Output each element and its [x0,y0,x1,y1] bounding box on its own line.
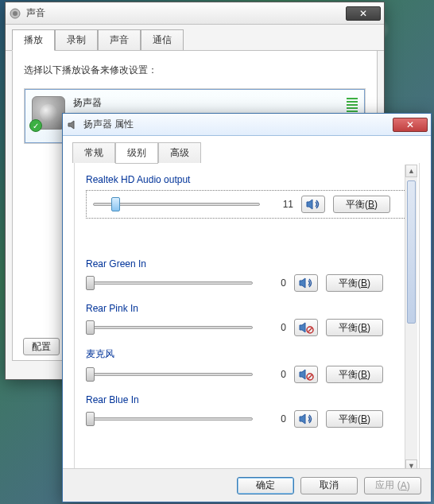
tab-communications[interactable]: 通信 [141,29,184,50]
sound-tabs: 播放 录制 声音 通信 [6,25,384,51]
speaker-icon [298,276,314,290]
mute-off-button[interactable] [294,274,318,292]
speaker-muted-icon [298,367,314,382]
balance-button[interactable]: 平衡(B) [326,319,383,336]
channel-title: Rear Green In [86,258,408,269]
props-footer: 确定 取消 应用 (A) [63,468,431,502]
volume-slider[interactable] [86,410,253,428]
scrollbar[interactable]: ▲ ▼ [405,165,417,472]
device-name: 扬声器 [73,96,342,110]
props-body: Realtek HD Audio output11平衡(B)Rear Green… [63,163,431,495]
volume-slider[interactable] [86,366,253,383]
channel-row: 0平衡(B) [86,319,408,336]
volume-slider[interactable] [86,319,253,336]
svg-line-3 [308,328,312,332]
scroll-thumb[interactable] [407,180,416,324]
scroll-up-icon[interactable]: ▲ [405,165,417,177]
volume-value: 0 [261,369,286,380]
props-title: 扬声器 属性 [83,118,393,131]
channel-title: Realtek HD Audio output [86,174,408,185]
tab-general[interactable]: 常规 [72,142,115,163]
volume-slider[interactable] [93,196,260,213]
sound-title: 声音 [26,6,346,20]
channel-title: Rear Pink In [86,303,408,314]
balance-button[interactable]: 平衡(B) [326,366,383,383]
speaker-app-icon [66,118,79,131]
tab-levels[interactable]: 级别 [115,142,158,164]
svg-line-5 [308,374,312,379]
tab-playback[interactable]: 播放 [12,29,55,51]
sound-instruction: 选择以下播放设备来修改设置： [24,64,366,77]
properties-window: 扬声器 属性 ✕ 常规 级别 高级 Realtek HD Audio outpu… [62,113,432,502]
mute-off-button[interactable] [301,196,325,213]
channel-row: 11平衡(B) [86,190,408,219]
device-icon-wrap: ✓ [32,96,65,130]
channel-title: Rear Blue In [86,394,408,405]
default-check-icon: ✓ [29,119,42,132]
tab-advanced[interactable]: 高级 [158,142,201,163]
speaker-app-icon [9,7,21,20]
cancel-button[interactable]: 取消 [300,477,358,494]
levels-panel: Realtek HD Audio output11平衡(B)Rear Green… [74,163,420,475]
balance-button[interactable]: 平衡(B) [326,410,383,428]
mute-off-button[interactable] [294,410,318,428]
configure-button[interactable]: 配置 [23,338,60,355]
volume-value: 0 [261,413,286,425]
channel-title: 麦克风 [86,347,408,361]
tab-recording[interactable]: 录制 [55,29,98,50]
mute-on-button[interactable] [294,366,318,383]
balance-button[interactable]: 平衡(B) [326,274,383,292]
channel-row: 0平衡(B) [86,274,408,292]
mute-on-button[interactable] [294,319,318,336]
ok-button[interactable]: 确定 [237,477,294,494]
balance-button[interactable]: 平衡(B) [333,196,390,213]
apply-button[interactable]: 应用 (A) [364,477,421,494]
props-titlebar[interactable]: 扬声器 属性 ✕ [63,114,431,136]
speaker-icon [305,197,321,211]
volume-slider[interactable] [86,274,253,292]
speaker-muted-icon [298,320,314,335]
props-tabs: 常规 级别 高级 [63,136,431,163]
volume-value: 11 [268,199,293,210]
sound-titlebar[interactable]: 声音 ✕ [6,2,384,25]
channel-row: 0平衡(B) [86,410,408,428]
channel-row: 0平衡(B) [86,366,408,383]
tab-sounds[interactable]: 声音 [98,29,141,50]
speaker-icon [298,412,314,426]
volume-value: 0 [261,322,286,333]
sound-close-button[interactable]: ✕ [346,6,381,21]
volume-value: 0 [261,277,286,289]
svg-point-1 [13,11,17,16]
props-close-button[interactable]: ✕ [393,118,428,132]
